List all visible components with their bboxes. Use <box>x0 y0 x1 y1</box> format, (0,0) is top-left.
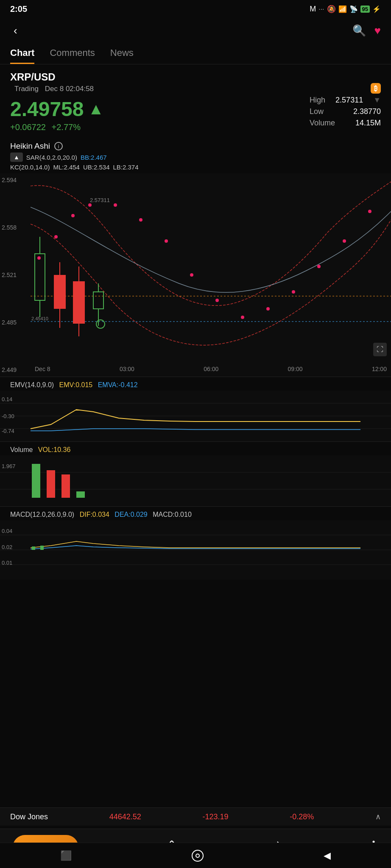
nav-home-button[interactable] <box>192 850 204 862</box>
sar-dot-1 <box>37 256 41 260</box>
tab-news[interactable]: News <box>110 47 134 64</box>
vol-bar-3 <box>61 474 70 498</box>
y-label-1: 2.558 <box>2 224 29 231</box>
mail-icon: M <box>310 5 316 14</box>
tab-chart[interactable]: Chart <box>10 47 34 64</box>
ticker-price: 44642.52 <box>109 813 141 821</box>
macd-bar-2 <box>40 546 44 550</box>
back-button[interactable]: ‹ <box>10 22 21 39</box>
candle-2 <box>54 275 66 309</box>
tabs: Chart Comments News <box>0 42 391 64</box>
sar-dot-7 <box>165 239 168 243</box>
x-label-1: 03:00 <box>120 366 134 372</box>
chart-title: Heikin Ashi <box>10 141 50 151</box>
svg-text:0.02: 0.02 <box>2 544 12 550</box>
battery-icon: 95 <box>360 6 370 13</box>
vol-bar-2 <box>47 470 55 498</box>
header-actions: 🔍 ♥ <box>352 24 381 37</box>
bell-icon: 🔕 <box>327 5 336 14</box>
svg-text:1.967: 1.967 <box>2 463 16 469</box>
candle-3 <box>73 281 85 324</box>
x-label-0: Dec 8 <box>35 366 50 372</box>
nav-bar: ⬛ ◀ <box>0 843 391 868</box>
volume-header: Volume VOL:10.36 <box>0 445 391 455</box>
dots-icon: ··· <box>318 6 324 13</box>
sar-label: SAR(4.0,2.0,20.0) <box>26 154 77 161</box>
main-chart[interactable]: 2.594 2.558 2.521 2.485 2.449 <box>0 173 391 377</box>
svg-text:0.04: 0.04 <box>2 528 12 534</box>
info-icon[interactable]: i <box>54 142 63 150</box>
chart-header: Heikin Ashi i ▲ SAR(4.0,2.0,20.0) BB:2.4… <box>0 137 391 173</box>
svg-text:-0.74: -0.74 <box>2 428 14 434</box>
y-label-0: 2.594 <box>2 177 29 183</box>
bottom-ticker: Dow Jones 44642.52 -123.19 -0.28% ∧ <box>0 807 391 826</box>
current-price: 2.49758 ▲ <box>10 97 104 121</box>
vol-bar-1 <box>32 464 40 498</box>
svg-text:0.14: 0.14 <box>2 396 12 402</box>
volume-chart-body[interactable]: 1.967 <box>0 455 391 506</box>
macd-bar-1 <box>32 546 35 550</box>
ticker-name: Dow Jones <box>10 813 48 821</box>
x-label-4: 12:00 <box>372 366 387 372</box>
price-section: XRP/USD Trading Dec 8 02:04:58 2.49758 ▲… <box>0 64 391 137</box>
y-label-2: 2.521 <box>2 272 29 278</box>
y-label-3: 2.485 <box>2 319 29 326</box>
favorite-icon[interactable]: ♥ <box>374 24 381 37</box>
macd-chart-body[interactable]: 0.04 0.02 0.01 <box>0 520 391 580</box>
wifi-icon: 📡 <box>349 5 358 13</box>
emv-header: EMV(14.0,9.0) EMV:0.015 EMVA:-0.412 <box>0 380 391 391</box>
chart-svg-container[interactable]: 2.57311 2.45410 <box>31 173 391 361</box>
price-up-arrow: ▲ <box>88 100 104 118</box>
home-circle-icon <box>192 850 204 862</box>
svg-text:2.45410: 2.45410 <box>31 316 48 321</box>
status-bar: 2:05 M ··· 🔕 📶 📡 95 ⚡ <box>0 0 391 17</box>
sar-dot-13 <box>317 265 321 268</box>
tab-comments[interactable]: Comments <box>50 47 95 64</box>
charging-icon: ⚡ <box>372 5 381 13</box>
sar-dot-15 <box>368 210 371 213</box>
nav-back-button[interactable]: ◀ <box>324 850 331 861</box>
search-icon[interactable]: 🔍 <box>352 24 366 37</box>
trading-info: Trading Dec 8 02:04:58 2.49758 ▲ +0.0672… <box>10 85 381 132</box>
vol-bar-4 <box>76 491 85 498</box>
sar-dot-2 <box>54 235 58 238</box>
y-axis-labels: 2.594 2.558 2.521 2.485 2.449 <box>0 173 31 377</box>
sar-dot-11 <box>266 307 270 311</box>
macd-header: MACD(12.0,26.0,9.0) DIF:0.034 DEA:0.029 … <box>0 510 391 520</box>
svg-text:0.01: 0.01 <box>2 560 12 566</box>
emv-chart-body[interactable]: 0.14 -0.30 -0.74 <box>0 391 391 441</box>
emv-chart: EMV(14.0,9.0) EMV:0.015 EMVA:-0.412 0.14… <box>0 377 391 441</box>
signal-icon: 📶 <box>338 5 347 13</box>
spacer <box>0 580 391 673</box>
nav-square-button[interactable]: ⬛ <box>60 850 72 861</box>
x-axis: Dec 8 03:00 06:00 09:00 12:00 <box>31 361 391 377</box>
macd-svg: 0.04 0.02 0.01 <box>0 520 391 580</box>
macd-chart: MACD(12.0,26.0,9.0) DIF:0.034 DEA:0.029 … <box>0 506 391 580</box>
kc-ub: UB:2.534 <box>83 164 110 171</box>
expand-icon[interactable]: ⛶ <box>373 343 387 356</box>
svg-rect-10 <box>0 455 391 506</box>
indicator-toggle[interactable]: ▲ <box>10 153 23 162</box>
ticker-change: -123.19 <box>203 813 229 821</box>
bb-label: BB:2.467 <box>81 154 107 161</box>
sar-dot-3 <box>71 214 75 217</box>
sar-dot-12 <box>292 290 295 294</box>
sar-dot-5 <box>114 203 117 207</box>
sar-dot-14 <box>343 239 346 243</box>
volume-chart: Volume VOL:10.36 1.967 <box>0 441 391 506</box>
kc-lb: LB:2.374 <box>113 164 138 171</box>
sar-dot-9 <box>215 299 219 302</box>
pair-name: XRP/USD <box>10 71 381 83</box>
high-row: High 2.57311 ▼ <box>310 96 381 105</box>
x-label-3: 09:00 <box>288 366 303 372</box>
price-change: +0.06722 +2.77% <box>10 122 104 132</box>
volume-row: Volume 14.15M <box>310 119 381 128</box>
ticker-chevron[interactable]: ∧ <box>375 812 381 821</box>
sar-dot-6 <box>139 218 142 222</box>
svg-rect-0 <box>31 173 391 361</box>
low-row: Low 2.38770 <box>310 107 381 116</box>
svg-text:-0.30: -0.30 <box>2 413 14 419</box>
sar-dot-10 <box>241 316 244 319</box>
trading-label: Trading Dec 8 02:04:58 <box>10 85 104 93</box>
header: ‹ 🔍 ♥ <box>0 17 391 42</box>
